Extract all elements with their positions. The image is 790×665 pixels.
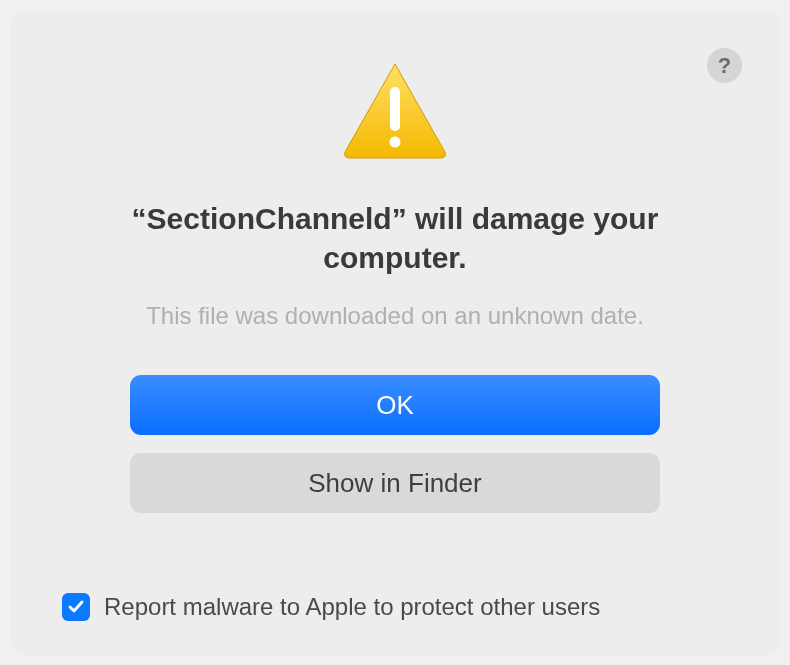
alert-dialog: ? “SectionChanneld” will damage your com… (10, 10, 780, 655)
help-icon: ? (718, 53, 731, 79)
button-group: OK Show in Finder (130, 375, 660, 513)
ok-button[interactable]: OK (130, 375, 660, 435)
warning-icon (340, 60, 450, 164)
report-malware-label: Report malware to Apple to protect other… (104, 593, 600, 621)
dialog-title: “SectionChanneld” will damage your compu… (110, 199, 680, 277)
report-malware-checkbox[interactable] (62, 593, 90, 621)
show-in-finder-button[interactable]: Show in Finder (130, 453, 660, 513)
checkmark-icon (66, 597, 86, 617)
report-malware-row: Report malware to Apple to protect other… (62, 593, 600, 621)
svg-point-0 (390, 137, 401, 148)
dialog-subtitle: This file was downloaded on an unknown d… (146, 302, 644, 330)
help-button[interactable]: ? (707, 48, 742, 83)
